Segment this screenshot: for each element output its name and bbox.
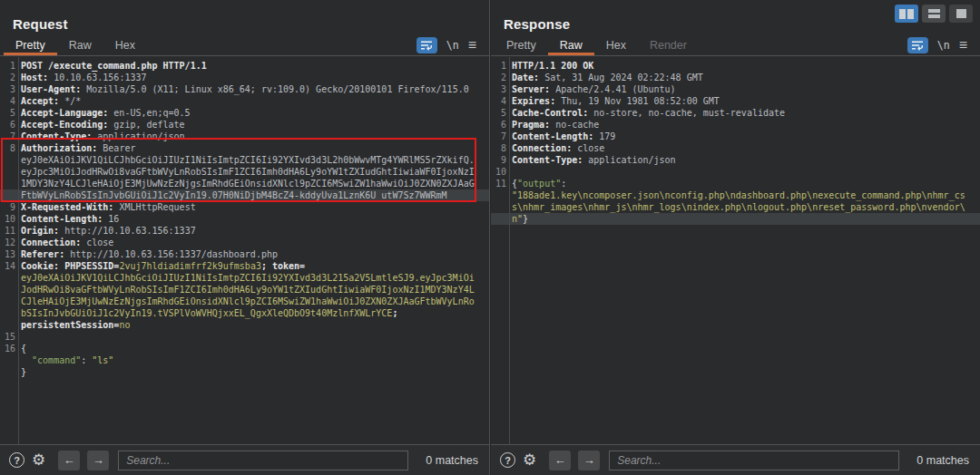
code-line: FtbWVyLnRobSIsInJvbGUiOiJ1c2VyIn19.07H0N… bbox=[0, 189, 489, 201]
newline-visibility-icon[interactable]: \n bbox=[937, 39, 950, 52]
help-icon[interactable]: ? bbox=[500, 452, 515, 468]
request-titlebar: Request bbox=[0, 0, 489, 34]
tab-hex[interactable]: Hex bbox=[594, 34, 638, 55]
code-line: 1MDY3NzY4LCJleHAiOjE3MjUwNzEzNjgsImRhdGE… bbox=[0, 178, 489, 189]
request-search-bar: ? ⚙ ← → 0 matches bbox=[0, 444, 489, 475]
tab-pretty[interactable]: Pretty bbox=[4, 34, 57, 55]
layout-columns-button[interactable] bbox=[895, 5, 918, 23]
code-line: 2Date: Sat, 31 Aug 2024 02:22:48 GMT bbox=[491, 72, 980, 83]
code-line: 5Cache-Control: no-store, no-cache, must… bbox=[491, 107, 980, 119]
columns-icon bbox=[899, 9, 906, 19]
code-line: 1HTTP/1.1 200 OK bbox=[491, 60, 980, 72]
single-pane-icon bbox=[956, 9, 966, 18]
editor-menu-icon[interactable]: ≡ bbox=[468, 38, 476, 53]
code-line: 16{ bbox=[0, 343, 489, 354]
code-line: 1POST /execute_command.php HTTP/1.1 bbox=[0, 60, 489, 72]
help-icon[interactable]: ? bbox=[9, 452, 24, 468]
code-line: 10Content-Length: 16 bbox=[0, 213, 489, 225]
response-title: Response bbox=[504, 16, 570, 32]
code-line: 15 bbox=[0, 331, 489, 343]
code-line: bSIsInJvbGUiOiJ1c2VyIn19.tVSPlVoWVHQjxxE… bbox=[0, 307, 489, 319]
search-prev-button[interactable]: ← bbox=[58, 451, 80, 470]
tab-pretty[interactable]: Pretty bbox=[495, 34, 548, 55]
search-next-button[interactable]: → bbox=[578, 451, 600, 470]
code-line: 5Accept-Language: en-US,en;q=0.5 bbox=[0, 107, 489, 119]
response-search-bar: ? ⚙ ← → 0 matches bbox=[491, 444, 980, 475]
code-line: 9Content-Type: application/json bbox=[491, 154, 980, 166]
code-line: 8Connection: close bbox=[491, 142, 980, 154]
code-line: persistentSession=no bbox=[0, 319, 489, 331]
rows-icon bbox=[928, 9, 940, 13]
tab-hex[interactable]: Hex bbox=[103, 34, 147, 55]
code-line: 8Authorization: Bearer bbox=[0, 142, 489, 154]
code-line: 11Origin: http://10.10.63.156:1337 bbox=[0, 225, 489, 237]
request-editor[interactable]: 1POST /execute_command.php HTTP/1.12Host… bbox=[0, 57, 489, 444]
code-line: 14Cookie: PHPSESSID=2vuj7hldiadimfrf2k9u… bbox=[0, 260, 489, 272]
response-editor[interactable]: 1HTTP/1.1 200 OK2Date: Sat, 31 Aug 2024 … bbox=[491, 57, 980, 444]
code-line: 3Server: Apache/2.4.41 (Ubuntu) bbox=[491, 83, 980, 95]
newline-visibility-icon[interactable]: \n bbox=[446, 39, 459, 52]
code-line: s\nhmr_images\nhmr_js\nhmr_logs\nindex.p… bbox=[491, 201, 980, 213]
code-line: 2Host: 10.10.63.156:1337 bbox=[0, 72, 489, 83]
gear-icon[interactable]: ⚙ bbox=[523, 452, 536, 468]
gutter-separator bbox=[18, 57, 19, 444]
code-line: 9X-Requested-With: XMLHttpRequest bbox=[0, 201, 489, 213]
code-line: "command": "ls" bbox=[0, 354, 489, 366]
word-wrap-icon bbox=[420, 40, 433, 51]
code-line: eyJpc3MiOiJodHRwOi8vaGFtbWVyLnRobSIsImF1… bbox=[0, 166, 489, 178]
word-wrap-toggle-button[interactable] bbox=[416, 37, 437, 53]
code-line: 3User-Agent: Mozilla/5.0 (X11; Linux x86… bbox=[0, 83, 489, 95]
tab-raw[interactable]: Raw bbox=[548, 34, 594, 55]
gear-icon[interactable]: ⚙ bbox=[32, 452, 45, 468]
code-line: 13Referer: http://10.10.63.156:1337/dash… bbox=[0, 248, 489, 260]
request-match-count: 0 matches bbox=[426, 454, 478, 467]
layout-stacked-button[interactable] bbox=[922, 5, 946, 23]
code-line: 6Accept-Encoding: gzip, deflate bbox=[0, 119, 489, 131]
tab-render: Render bbox=[638, 34, 699, 55]
search-prev-button[interactable]: ← bbox=[549, 451, 571, 470]
code-line: n"} bbox=[491, 213, 980, 225]
code-line: } bbox=[0, 366, 489, 378]
editor-menu-icon[interactable]: ≡ bbox=[959, 38, 967, 53]
code-line: eyJ0eXAiOiJKV1QiLCJhbGciOiJIUzI1NiIsImtp… bbox=[0, 272, 489, 284]
word-wrap-icon bbox=[911, 40, 924, 51]
code-line: 4Accept: */* bbox=[0, 95, 489, 107]
code-line: 7Content-Type: application/json bbox=[0, 131, 489, 142]
code-line: JodHRwOi8vaGFtbWVyLnRobSIsImF1ZCI6Imh0dH… bbox=[0, 284, 489, 296]
tab-raw[interactable]: Raw bbox=[57, 34, 103, 55]
response-search-input[interactable] bbox=[609, 451, 899, 470]
code-line: "188ade1.key\ncomposer.json\nconfig.php\… bbox=[491, 189, 980, 201]
code-line: 12Connection: close bbox=[0, 237, 489, 248]
code-line: 10 bbox=[491, 166, 980, 178]
request-title: Request bbox=[13, 16, 68, 32]
code-line: eyJ0eXAiOiJKV1QiLCJhbGciOiJIUzI1NiIsImtp… bbox=[0, 154, 489, 166]
response-panel: Response PrettyRawHexRender \n ≡ 1HTTP/1… bbox=[491, 0, 980, 475]
request-tabbar: PrettyRawHex \n ≡ bbox=[0, 34, 489, 56]
request-panel: Request PrettyRawHex \n ≡ 1POST /execute… bbox=[0, 0, 490, 475]
code-line: CJleHAiOjE3MjUwNzEzNjgsImRhdGEiOnsidXNlc… bbox=[0, 296, 489, 307]
gutter-separator bbox=[509, 57, 510, 444]
code-line: 11{"output": bbox=[491, 178, 980, 189]
word-wrap-toggle-button[interactable] bbox=[907, 37, 928, 53]
code-line: 7Content-Length: 179 bbox=[491, 131, 980, 142]
search-next-button[interactable]: → bbox=[87, 451, 109, 470]
layout-single-button[interactable] bbox=[949, 5, 973, 23]
response-tabbar: PrettyRawHexRender \n ≡ bbox=[491, 34, 980, 56]
response-match-count: 0 matches bbox=[916, 454, 969, 467]
layout-toggle-group bbox=[895, 5, 973, 23]
request-search-input[interactable] bbox=[118, 451, 408, 470]
code-line: 6Pragma: no-cache bbox=[491, 119, 980, 131]
code-line: 4Expires: Thu, 19 Nov 1981 08:52:00 GMT bbox=[491, 95, 980, 107]
